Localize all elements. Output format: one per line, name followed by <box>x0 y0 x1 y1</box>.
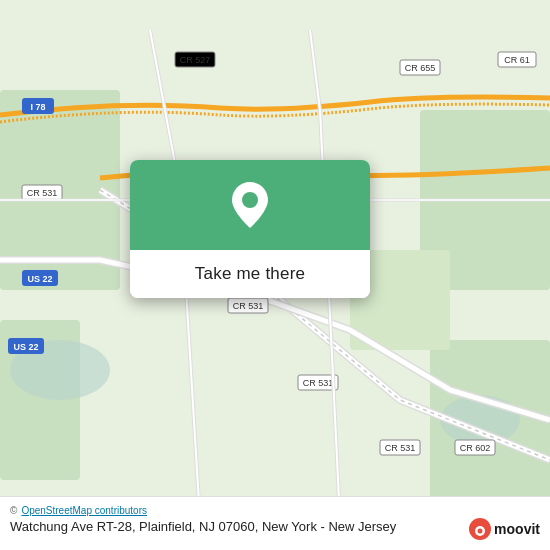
address-label: Watchung Ave RT-28, Plainfield, NJ 07060… <box>10 519 396 534</box>
svg-text:CR 61: CR 61 <box>504 55 530 65</box>
osm-link[interactable]: OpenStreetMap contributors <box>21 505 147 516</box>
svg-text:CR 531: CR 531 <box>27 188 58 198</box>
moovit-icon <box>469 518 491 540</box>
svg-text:CR 602: CR 602 <box>460 443 491 453</box>
copyright-symbol: © <box>10 505 17 516</box>
map-container: I 78 CR 527 US 22 CR 655 CR 61 CR 531 US… <box>0 0 550 550</box>
svg-text:US 22: US 22 <box>13 342 38 352</box>
location-popup: Take me there <box>130 160 370 298</box>
address-text: Watchung Ave RT-28, Plainfield, NJ 07060… <box>10 518 396 536</box>
svg-text:I 78: I 78 <box>30 102 45 112</box>
osm-attribution: © OpenStreetMap contributors <box>10 505 540 516</box>
svg-text:CR 531: CR 531 <box>385 443 416 453</box>
svg-text:CR 531: CR 531 <box>303 378 334 388</box>
svg-point-31 <box>242 192 258 208</box>
svg-text:US 22: US 22 <box>27 274 52 284</box>
take-me-there-button[interactable]: Take me there <box>130 250 370 298</box>
svg-text:CR 527: CR 527 <box>180 55 211 65</box>
popup-map-preview <box>130 160 370 250</box>
moovit-logo: moovit <box>469 518 540 540</box>
svg-text:CR 655: CR 655 <box>405 63 436 73</box>
svg-point-34 <box>478 529 483 534</box>
location-pin-icon <box>232 182 268 228</box>
footer: © OpenStreetMap contributors Watchung Av… <box>0 496 550 550</box>
moovit-text: moovit <box>494 521 540 537</box>
svg-text:CR 531: CR 531 <box>233 301 264 311</box>
